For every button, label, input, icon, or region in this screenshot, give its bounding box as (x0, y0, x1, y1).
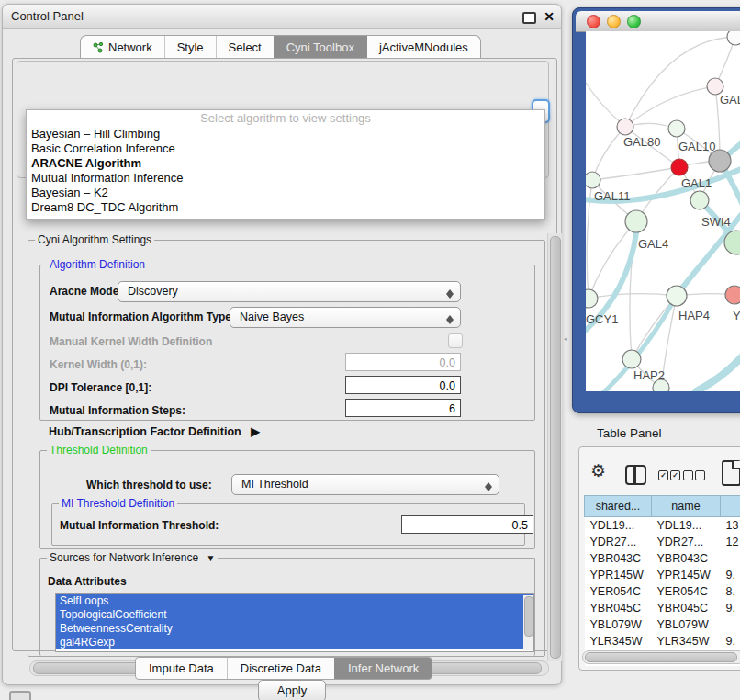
manual-kernel-width-checkbox[interactable] (448, 333, 463, 348)
docked-panel-icon[interactable] (9, 691, 31, 700)
dropdown-item[interactable]: Mutual Information Inference (27, 171, 544, 186)
table-row[interactable]: YDL19...YDL19...13 (585, 517, 740, 535)
cell[interactable]: YPR145W (585, 567, 652, 583)
cell[interactable]: YBR045C (585, 600, 652, 616)
which-threshold-combobox[interactable]: MI Threshold (231, 474, 499, 495)
select-all-checkbox-icon[interactable]: ✓ (658, 470, 668, 480)
node-swi4[interactable] (690, 191, 709, 209)
gear-icon[interactable]: ⚙ (590, 461, 606, 481)
node-gal11[interactable] (586, 172, 600, 188)
hub-definition-toggle[interactable]: Hub/Transcription Factor Definition ▶ (49, 424, 260, 438)
node-gal80[interactable] (617, 119, 633, 135)
table-row[interactable]: YBR043CYBR043C (585, 550, 740, 567)
list-item-selected[interactable]: BetweennessCentrality (56, 622, 533, 636)
close-icon[interactable]: ✕ (544, 8, 555, 25)
tab-infer-network[interactable]: Infer Network (334, 658, 432, 679)
node-gal4[interactable] (625, 210, 647, 232)
zoom-traffic-light[interactable] (627, 15, 641, 28)
tab-network[interactable]: Network (81, 36, 164, 59)
cell[interactable]: YDL19... (652, 517, 721, 535)
kernel-width-field[interactable]: 0.0 (345, 353, 461, 371)
minimize-traffic-light[interactable] (607, 15, 621, 28)
cell[interactable]: 9. (721, 567, 740, 583)
select-all-checkbox-icon[interactable]: ✓ (670, 470, 680, 480)
cell[interactable]: YER054C (652, 583, 721, 600)
tab-cyni-toolbox[interactable]: Cyni Toolbox (274, 36, 366, 59)
cell[interactable]: YDR27... (652, 534, 721, 550)
list-item-selected[interactable]: TopologicalCoefficient (56, 608, 533, 622)
cell[interactable]: YBL079W (585, 616, 652, 633)
sources-toggle[interactable]: Sources for Network Inference ▼ (47, 551, 218, 564)
cell[interactable]: 9. (721, 633, 740, 649)
cell[interactable] (721, 550, 740, 567)
list-scrollbar[interactable] (523, 595, 533, 650)
scrollbar-thumb[interactable] (524, 596, 533, 637)
tab-discretize-data[interactable]: Discretize Data (227, 658, 334, 679)
node-hap2[interactable] (622, 350, 641, 368)
cell[interactable] (721, 616, 740, 633)
tab-select[interactable]: Select (216, 36, 274, 59)
panel-splitter[interactable] (561, 0, 572, 700)
dropdown-item[interactable]: Bayesian – Hill Climbing (27, 127, 544, 141)
settings-vertical-scrollbar[interactable] (547, 233, 562, 661)
network-window-titlebar[interactable] (576, 11, 740, 32)
tab-impute-data[interactable]: Impute Data (136, 658, 227, 679)
dropdown-item[interactable]: Bayesian – K2 (27, 186, 544, 200)
cell[interactable]: YBR043C (585, 550, 652, 567)
cell[interactable]: 8. (721, 583, 740, 600)
scrollbar-thumb[interactable] (585, 652, 737, 662)
apply-button[interactable]: Apply (258, 680, 326, 700)
cell[interactable]: YBR045C (652, 600, 721, 616)
new-table-icon[interactable] (722, 460, 740, 486)
cell[interactable]: YDR27... (585, 534, 652, 550)
network-nodes[interactable] (586, 31, 740, 391)
splitter-grip-icon[interactable]: ◂ (564, 335, 568, 343)
network-canvas[interactable]: GAL GAL80 GAL10 GAL1 GAL11 SWI4 GAL4 HAP… (586, 31, 740, 391)
column-header[interactable]: A (721, 496, 740, 517)
cell[interactable]: YLR345W (585, 633, 652, 649)
cell[interactable]: 9. (721, 600, 740, 616)
close-traffic-light[interactable] (587, 15, 600, 28)
column-header[interactable]: shared... (585, 496, 652, 517)
columns-icon[interactable] (625, 465, 646, 485)
cell[interactable]: YLR345W (652, 633, 721, 649)
deselect-checkbox-icon[interactable] (695, 470, 705, 480)
dpi-tolerance-field[interactable]: 0.0 (345, 376, 461, 394)
mi-algorithm-type-combobox[interactable]: Naive Bayes (230, 307, 461, 328)
node-salmon[interactable] (725, 286, 740, 304)
cell[interactable]: 12 (721, 534, 740, 550)
scrollbar-thumb[interactable] (550, 236, 561, 659)
node-gal1-selected[interactable] (671, 159, 688, 175)
tab-style[interactable]: Style (164, 36, 216, 59)
column-header[interactable]: name (652, 496, 721, 517)
table-row[interactable]: YER054CYER054C8. (585, 583, 740, 600)
dropdown-item[interactable]: Dream8 DC_TDC Algorithm (27, 200, 544, 215)
deselect-checkbox-icon[interactable] (683, 470, 693, 480)
list-item-selected[interactable]: gal4RGexp (56, 636, 533, 649)
mi-threshold-field[interactable]: 0.5 (401, 515, 533, 534)
node-gal10[interactable] (668, 120, 685, 137)
mi-steps-field[interactable]: 6 (345, 399, 461, 417)
cell[interactable]: YER054C (585, 583, 652, 600)
data-attributes-list[interactable]: SelfLoops TopologicalCoefficient Between… (55, 593, 534, 652)
float-window-icon[interactable] (522, 12, 536, 24)
table-row[interactable]: YBR045CYBR045C9. (585, 600, 740, 616)
aracne-mode-combobox[interactable]: Discovery (118, 281, 461, 302)
cell[interactable]: YBL079W (652, 616, 721, 633)
list-item-selected[interactable]: SelfLoops (56, 594, 533, 608)
dropdown-item[interactable]: Basic Correlation Inference (27, 141, 544, 156)
cell[interactable]: YPR145W (652, 567, 721, 583)
table-horizontal-scrollbar[interactable] (582, 650, 740, 664)
table-row[interactable]: YPR145WYPR145W9. (585, 567, 740, 583)
table-row[interactable]: YBL079WYBL079W (585, 616, 740, 633)
table-row[interactable]: YDR27...YDR27...12 (585, 534, 740, 550)
node[interactable] (727, 31, 740, 45)
cell[interactable]: YDL19... (585, 517, 652, 535)
control-panel-titlebar[interactable]: Control Panel ✕ (3, 5, 561, 29)
dropdown-item-selected[interactable]: ARACNE Algorithm (27, 156, 544, 171)
cell[interactable]: YBR043C (652, 550, 721, 567)
node-gcy1[interactable] (586, 289, 598, 308)
node-hap4[interactable] (667, 286, 687, 306)
cell[interactable]: 13 (721, 517, 740, 535)
tab-jactivemnodules[interactable]: jActiveMNodules (366, 36, 480, 59)
